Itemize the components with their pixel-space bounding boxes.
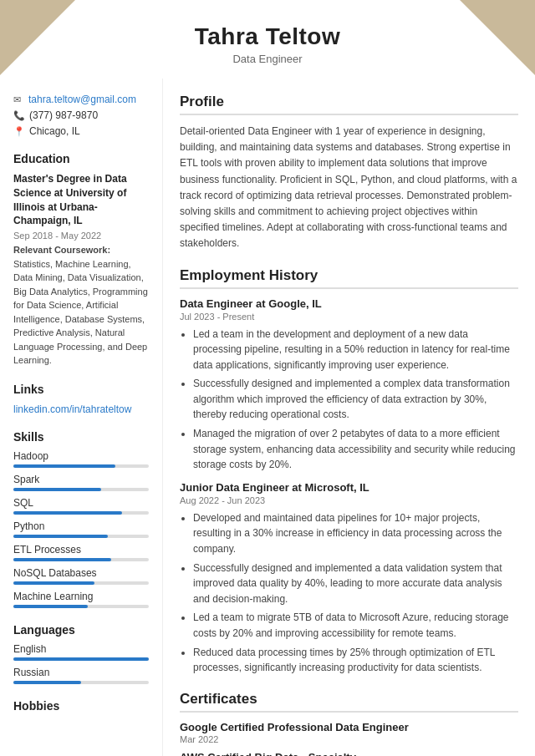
languages-section: Languages English Russian (13, 623, 149, 684)
skill-name: Python (13, 520, 149, 532)
email-link[interactable]: tahra.teltow@gmail.com (28, 94, 136, 105)
skill-bar-fill (13, 488, 101, 491)
profile-heading: Profile (180, 94, 518, 115)
job-entry: Junior Data Engineer at Microsoft, IL Au… (180, 481, 518, 676)
job-entry: Data Engineer at Google, IL Jul 2023 - P… (180, 297, 518, 473)
employment-heading: Employment History (180, 267, 518, 289)
edu-degree: Master's Degree in Data Science at Unive… (13, 172, 149, 228)
hobbies-section: Hobbies (13, 699, 149, 713)
skill-bar-fill (13, 558, 111, 561)
skill-item: Spark (13, 474, 149, 491)
job-bullet: Led a team to migrate 5TB of data to Mic… (193, 610, 518, 641)
candidate-title: Data Engineer (17, 53, 518, 65)
skills-section: Skills Hadoop Spark SQL Python ETL Proce… (13, 430, 149, 608)
lang-bar-fill (13, 657, 149, 661)
language-item: English (13, 643, 149, 661)
skill-bar-fill (13, 581, 94, 585)
languages-heading: Languages (13, 623, 149, 637)
skill-bar-bg (13, 558, 149, 561)
skill-name: Machine Learning (13, 591, 149, 602)
skill-bar-bg (13, 581, 149, 585)
links-section: Links linkedin.com/in/tahrateltow (13, 383, 149, 415)
skill-name: Hadoop (13, 450, 149, 462)
cert-date: Mar 2022 (180, 734, 518, 744)
skill-bar-bg (13, 535, 149, 538)
edu-coursework: Relevant Coursework: Statistics, Machine… (13, 243, 149, 368)
coursework-text: Statistics, Machine Learning, Data Minin… (13, 259, 148, 366)
skill-item: Machine Learning (13, 591, 149, 608)
sidebar: ✉ tahra.teltow@gmail.com 📞 (377) 987-987… (0, 79, 163, 756)
skill-bar-fill (13, 464, 115, 468)
skills-heading: Skills (13, 430, 149, 444)
candidate-name: Tahra Teltow (17, 23, 518, 50)
location-icon: 📍 (13, 126, 25, 137)
skill-bar-bg (13, 605, 149, 608)
skill-item: NoSQL Databases (13, 567, 149, 585)
language-item: Russian (13, 667, 149, 684)
edu-dates: Sep 2018 - May 2022 (13, 231, 149, 241)
skill-name: ETL Processes (13, 544, 149, 556)
skill-bar-bg (13, 464, 149, 468)
certificates-heading: Certificates (180, 691, 518, 713)
contact-section: ✉ tahra.teltow@gmail.com 📞 (377) 987-987… (13, 94, 149, 137)
skill-bar-fill (13, 511, 122, 515)
email-item: ✉ tahra.teltow@gmail.com (13, 94, 149, 105)
profile-text: Detail-oriented Data Engineer with 1 yea… (180, 124, 518, 252)
hobbies-heading: Hobbies (13, 699, 149, 713)
job-bullet: Successfully designed and implemented a … (193, 561, 518, 607)
email-icon: ✉ (13, 94, 24, 105)
certs-list: Google Certified Professional Data Engin… (180, 721, 518, 756)
location-text: Chicago, IL (29, 125, 80, 137)
job-date: Aug 2022 - Jun 2023 (180, 495, 518, 505)
job-bullet: Managed the migration of over 2 petabyte… (193, 426, 518, 473)
job-bullet: Led a team in the development and deploy… (193, 327, 518, 373)
linkedin-item: linkedin.com/in/tahrateltow (13, 403, 149, 415)
cert-entry: AWS Certified Big Data - Specialty Jun 2… (180, 751, 518, 756)
languages-list: English Russian (13, 643, 149, 684)
phone-text: (377) 987-9870 (29, 109, 98, 121)
language-name: Russian (13, 667, 149, 678)
lang-bar-bg (13, 681, 149, 684)
job-bullet: Successfully designed and implemented a … (193, 376, 518, 423)
job-bullet: Developed and maintained data pipelines … (193, 510, 518, 557)
skill-item: Python (13, 520, 149, 538)
main-layout: ✉ tahra.teltow@gmail.com 📞 (377) 987-987… (0, 79, 535, 756)
skill-bar-bg (13, 511, 149, 515)
location-item: 📍 Chicago, IL (13, 125, 149, 137)
education-heading: Education (13, 152, 149, 165)
skill-bar-bg (13, 488, 149, 491)
lang-bar-bg (13, 657, 149, 661)
jobs-list: Data Engineer at Google, IL Jul 2023 - P… (180, 297, 518, 676)
job-title: Data Engineer at Google, IL (180, 297, 518, 310)
job-date: Jul 2023 - Present (180, 312, 518, 322)
profile-section: Profile Detail-oriented Data Engineer wi… (180, 94, 518, 252)
coursework-label: Relevant Coursework: (13, 245, 110, 255)
phone-icon: 📞 (13, 110, 25, 121)
cert-name: AWS Certified Big Data - Specialty (180, 751, 518, 756)
job-bullets: Led a team in the development and deploy… (180, 327, 518, 473)
certificates-section: Certificates Google Certified Profession… (180, 691, 518, 756)
skill-item: Hadoop (13, 450, 149, 468)
skill-name: SQL (13, 497, 149, 509)
links-heading: Links (13, 383, 149, 396)
education-section: Education Master's Degree in Data Scienc… (13, 152, 149, 368)
skill-item: ETL Processes (13, 544, 149, 561)
cert-name: Google Certified Professional Data Engin… (180, 721, 518, 733)
skill-bar-fill (13, 535, 108, 538)
lang-bar-fill (13, 681, 81, 684)
job-bullets: Developed and maintained data pipelines … (180, 510, 518, 676)
linkedin-link[interactable]: linkedin.com/in/tahrateltow (13, 403, 131, 415)
skill-item: SQL (13, 497, 149, 515)
cert-entry: Google Certified Professional Data Engin… (180, 721, 518, 744)
job-title: Junior Data Engineer at Microsoft, IL (180, 481, 518, 494)
skill-bar-fill (13, 605, 88, 608)
job-bullet: Reduced data processing times by 25% thr… (193, 645, 518, 676)
language-name: English (13, 643, 149, 655)
content-area: Profile Detail-oriented Data Engineer wi… (163, 79, 535, 756)
skill-name: NoSQL Databases (13, 567, 149, 579)
resume-header: Tahra Teltow Data Engineer (0, 0, 535, 79)
employment-section: Employment History Data Engineer at Goog… (180, 267, 518, 676)
skill-name: Spark (13, 474, 149, 485)
phone-item: 📞 (377) 987-9870 (13, 109, 149, 121)
skills-list: Hadoop Spark SQL Python ETL Processes (13, 450, 149, 608)
